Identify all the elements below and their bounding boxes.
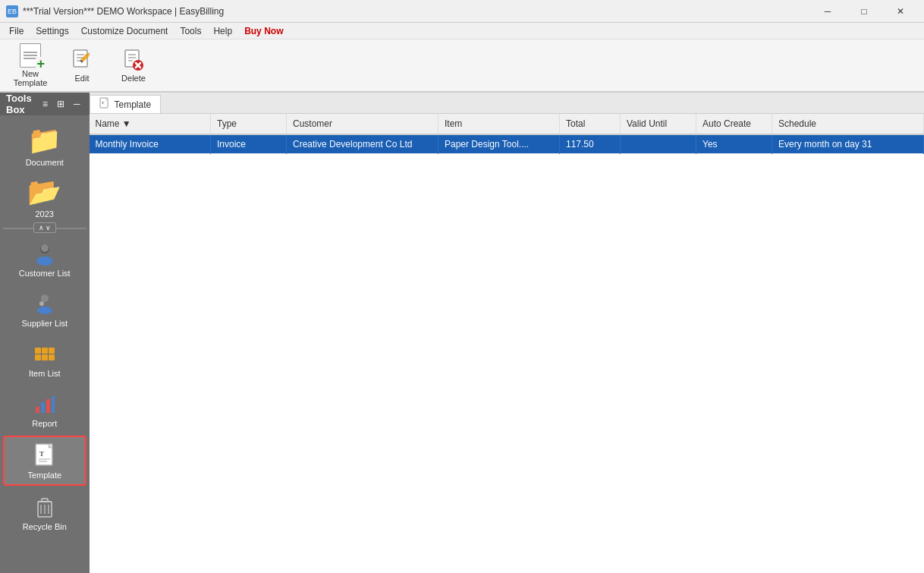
sidebar-controls: ≡ ⊞ ─ xyxy=(39,98,83,110)
new-template-icon: + xyxy=(18,43,42,68)
menu-tools[interactable]: Tools xyxy=(174,24,207,38)
table-row[interactable]: Monthly Invoice Invoice Creative Develop… xyxy=(90,134,924,154)
sidebar-item-supplier-list[interactable]: Supplier List xyxy=(3,285,86,332)
supplier-list-icon xyxy=(31,290,58,317)
svg-rect-22 xyxy=(35,348,41,354)
svg-rect-40 xyxy=(42,499,48,502)
svg-point-17 xyxy=(37,257,52,264)
cell-item: Paper Design Tool.... xyxy=(438,134,560,154)
app-icon: EB xyxy=(6,5,18,17)
sidebar-grid-view-button[interactable]: ⊞ xyxy=(54,98,68,110)
sidebar-item-template[interactable]: T Template xyxy=(3,436,86,486)
svg-point-18 xyxy=(41,294,49,302)
svg-rect-23 xyxy=(42,348,48,354)
sidebar-item-recycle-bin[interactable]: Recycle Bin xyxy=(3,489,86,536)
delete-icon xyxy=(121,48,146,72)
sidebar-collapse-button[interactable]: ∧ ∨ xyxy=(33,222,56,233)
title-bar-text: ***Trial Version*** DEMO Workspace | Eas… xyxy=(23,6,224,17)
menu-settings[interactable]: Settings xyxy=(30,24,74,38)
col-valid-until[interactable]: Valid Until xyxy=(621,114,696,134)
sidebar-item-report[interactable]: Report xyxy=(3,386,86,433)
cell-total: 117.50 xyxy=(560,134,621,154)
sidebar-document-label: Document xyxy=(26,158,64,167)
sidebar-minimize-button[interactable]: ─ xyxy=(71,98,83,110)
tab-icon: T xyxy=(99,97,110,112)
sidebar-item-2023[interactable]: 📂 2023 xyxy=(14,173,75,222)
cell-name: Monthly Invoice xyxy=(90,134,211,154)
main-layout: Tools Box ≡ ⊞ ─ 📁 Document 📂 2023 ∧ ∨ xyxy=(0,93,924,573)
edit-label: Edit xyxy=(75,74,90,83)
template-tab[interactable]: T Template xyxy=(90,95,162,113)
doc-lines xyxy=(24,50,37,61)
menu-bar: File Settings Customize Document Tools H… xyxy=(0,23,924,39)
minimize-button[interactable]: ─ xyxy=(810,0,845,23)
svg-rect-20 xyxy=(41,307,49,313)
svg-rect-31 xyxy=(52,396,55,413)
plus-icon: + xyxy=(36,57,46,71)
cell-schedule: Every month on day 31 xyxy=(772,134,924,154)
col-total[interactable]: Total xyxy=(560,114,621,134)
content-area: T Template Name ▼ Type Customer Item Tot… xyxy=(90,93,925,573)
sidebar-item-customer-list[interactable]: Customer List xyxy=(3,235,86,282)
tab-label: Template xyxy=(115,99,152,110)
svg-point-16 xyxy=(41,244,49,252)
report-icon xyxy=(31,390,58,417)
folder-yellow-icon: 📁 xyxy=(27,124,61,156)
svg-text:T: T xyxy=(39,450,44,458)
edit-icon-svg xyxy=(71,49,93,71)
sidebar-item-item-list[interactable]: Item List xyxy=(3,335,86,383)
menu-file[interactable]: File xyxy=(3,24,30,38)
table-header: Name ▼ Type Customer Item Total Valid Un… xyxy=(90,114,924,134)
col-name[interactable]: Name ▼ xyxy=(90,114,211,134)
folder-blue-icon: 📂 xyxy=(27,176,61,208)
col-customer[interactable]: Customer xyxy=(287,114,438,134)
item-list-label: Item List xyxy=(29,369,61,378)
new-template-label: New Template xyxy=(7,69,54,87)
delete-icon-svg xyxy=(123,49,144,71)
template-icon: T xyxy=(31,442,58,469)
cell-type: Invoice xyxy=(211,134,287,154)
menu-customize[interactable]: Customize Document xyxy=(75,24,174,38)
report-label: Report xyxy=(32,419,57,428)
svg-rect-30 xyxy=(46,399,50,413)
svg-rect-26 xyxy=(42,354,48,360)
edit-icon xyxy=(70,48,94,72)
sidebar-top-items: 📁 Document 📂 2023 xyxy=(0,115,90,228)
supplier-list-label: Supplier List xyxy=(21,319,68,328)
customer-list-icon xyxy=(31,240,58,267)
data-table: Name ▼ Type Customer Item Total Valid Un… xyxy=(90,114,925,154)
window-controls: ─ □ ✕ xyxy=(810,0,918,23)
col-auto-create[interactable]: Auto Create xyxy=(696,114,772,134)
svg-point-21 xyxy=(39,301,44,306)
sidebar-divider: ∧ ∨ xyxy=(3,228,86,229)
cell-customer: Creative Development Co Ltd xyxy=(287,134,438,154)
sidebar-bottom-items: Customer List Supplier List xyxy=(0,229,90,573)
edit-button[interactable]: Edit xyxy=(58,43,106,88)
recycle-bin-label: Recycle Bin xyxy=(23,522,67,531)
col-schedule[interactable]: Schedule xyxy=(772,114,924,134)
menu-help[interactable]: Help xyxy=(207,24,238,38)
title-bar: EB ***Trial Version*** DEMO Workspace | … xyxy=(0,0,924,23)
cell-valid-until xyxy=(621,134,696,154)
maximize-button[interactable]: □ xyxy=(847,0,882,23)
svg-rect-24 xyxy=(49,348,55,354)
sidebar-item-document[interactable]: 📁 Document xyxy=(14,121,75,170)
title-bar-left: EB ***Trial Version*** DEMO Workspace | … xyxy=(6,5,224,17)
new-template-button[interactable]: + New Template xyxy=(6,43,55,88)
svg-rect-25 xyxy=(35,354,41,360)
menu-buynow[interactable]: Buy Now xyxy=(238,24,289,38)
close-button[interactable]: ✕ xyxy=(883,0,918,23)
col-item[interactable]: Item xyxy=(438,114,560,134)
header-row: Name ▼ Type Customer Item Total Valid Un… xyxy=(90,114,924,134)
svg-rect-27 xyxy=(49,354,55,360)
table-body: Monthly Invoice Invoice Creative Develop… xyxy=(90,134,924,154)
col-type[interactable]: Type xyxy=(211,114,287,134)
sidebar-list-view-button[interactable]: ≡ xyxy=(39,98,51,110)
template-label: Template xyxy=(27,471,61,480)
sidebar: Tools Box ≡ ⊞ ─ 📁 Document 📂 2023 ∧ ∨ xyxy=(0,93,90,573)
toolbar: + New Template Edit xyxy=(0,39,924,93)
sidebar-title: Tools Box xyxy=(6,93,39,115)
delete-button[interactable]: Delete xyxy=(109,43,158,88)
recycle-bin-icon xyxy=(31,493,58,521)
svg-rect-28 xyxy=(36,407,39,413)
